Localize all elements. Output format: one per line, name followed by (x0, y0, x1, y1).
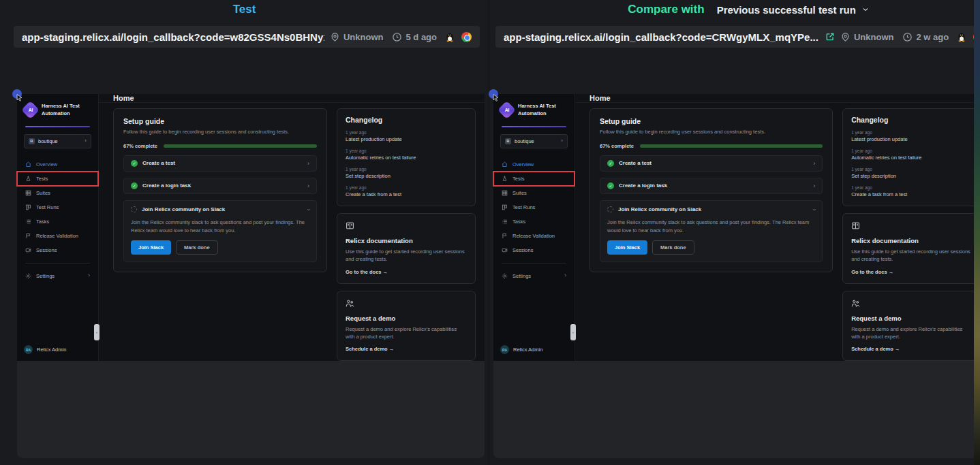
project-label: boutique (38, 138, 58, 144)
step-create-a-test[interactable]: ✓ Create a test › (600, 155, 823, 172)
mark-done-button[interactable]: Mark done (652, 240, 694, 255)
list-icon (502, 219, 508, 225)
sidebar-item-sessions[interactable]: Sessions (17, 243, 98, 257)
sidebar-item-settings[interactable]: Settings › (17, 269, 98, 283)
compare-run-dropdown-value: Previous successful test run (717, 4, 856, 16)
right-column: Changelog 1 year ago Latest production u… (842, 108, 980, 361)
sidebar-item-release-validation[interactable]: Release Validation (493, 229, 575, 243)
step-description: Join the Relicx community slack to ask q… (607, 219, 815, 234)
home-icon (502, 161, 508, 167)
sidebar-collapse-handle[interactable]: ‹ (94, 324, 99, 340)
documentation-description: Use this guide to get started recording … (346, 248, 467, 263)
documentation-title: Relicx documentation (346, 237, 467, 244)
check-icon: ✓ (607, 160, 614, 167)
sidebar-item-suites[interactable]: Suites (17, 186, 98, 200)
screenshot-container: AI Harness AI Test Automation B boutique… (493, 94, 980, 458)
sidebar: AI Harness AI Test Automation B boutique… (493, 94, 575, 361)
project-selector[interactable]: B boutique › (500, 134, 568, 148)
brand-logo-text: AI (505, 108, 509, 112)
step-create-a-login-task[interactable]: ✓ Create a login task › (600, 178, 823, 194)
url-text: app-staging.relicx.ai/login_callback?cod… (22, 31, 324, 43)
test-panel: Test app-staging.relicx.ai/login_callbac… (0, 0, 489, 465)
changelog-entry: 1 year ago Create a task from a test (346, 185, 467, 197)
sidebar-item-suites[interactable]: Suites (493, 186, 575, 200)
main-header: Home (99, 94, 485, 103)
video-icon (25, 247, 31, 253)
grid-icon (502, 190, 508, 196)
go-to-docs-link[interactable]: Go to the docs → (851, 269, 973, 275)
url-meta: Unknown 5 d ago (330, 31, 472, 42)
request-demo-card: Request a demo Request a demo and explor… (842, 291, 980, 362)
demo-title: Request a demo (346, 315, 467, 322)
project-badge: B (505, 138, 511, 144)
chevron-right-icon: › (85, 138, 87, 144)
sidebar-item-tests[interactable]: Tests (493, 172, 575, 186)
step-join-slack-header[interactable]: Join Relicx community on Slack › (131, 206, 309, 213)
linux-tux-icon (444, 31, 455, 42)
sidebar-user[interactable]: RA Relicx Admin (24, 345, 66, 354)
sidebar-item-overview[interactable]: Overview (17, 157, 98, 172)
check-icon: ✓ (607, 182, 614, 189)
project-badge: B (29, 138, 35, 144)
sidebar-item-tasks[interactable]: Tasks (17, 214, 98, 229)
sidebar-user[interactable]: RA Relicx Admin (500, 345, 542, 354)
video-icon (502, 247, 508, 253)
documentation-card: Relicx documentation Use this guide to g… (337, 213, 476, 284)
sidebar-item-settings[interactable]: Settings › (493, 269, 575, 283)
documentation-description: Use this guide to get started recording … (851, 248, 973, 263)
sidebar-item-overview[interactable]: Overview (493, 157, 575, 172)
check-icon: ✓ (131, 182, 138, 189)
changelog-entry: 1 year ago Automatic retries on test fai… (851, 148, 973, 161)
book-icon (851, 221, 860, 230)
home-icon (25, 161, 31, 167)
user-avatar: RA (24, 345, 33, 354)
main-area: Home Setup guide Follow this guide to be… (575, 94, 980, 361)
sidebar-collapse-handle[interactable]: ‹ (570, 324, 576, 340)
brand: AI Harness AI Test Automation (17, 94, 98, 123)
flask-icon (502, 176, 508, 182)
brand-logo-icon: AI (21, 101, 40, 119)
step-create-a-test[interactable]: ✓ Create a test › (123, 155, 317, 172)
url-bar[interactable]: app-staging.relicx.ai/login_callback?cod… (14, 26, 480, 48)
sidebar-item-tasks[interactable]: Tasks (493, 214, 575, 229)
gear-icon (502, 273, 508, 279)
sidebar-item-sessions[interactable]: Sessions (493, 243, 575, 257)
demo-title: Request a demo (851, 315, 973, 322)
join-slack-button[interactable]: Join Slack (607, 240, 647, 255)
documentation-title: Relicx documentation (851, 237, 973, 244)
panel-title: Compare with (628, 3, 704, 16)
mark-done-button[interactable]: Mark done (176, 240, 218, 255)
step-create-a-login-task[interactable]: ✓ Create a login task › (123, 178, 317, 194)
radio-circle-icon (131, 206, 137, 212)
sidebar-item-test-runs[interactable]: Test Runs (17, 200, 98, 214)
go-to-docs-link[interactable]: Go to the docs → (346, 269, 467, 275)
sidebar-item-test-runs[interactable]: Test Runs (493, 200, 575, 214)
chevron-right-icon: › (307, 160, 309, 167)
chrome-icon (461, 32, 472, 42)
url-bar[interactable]: app-staging.relicx.ai/login_callback?cod… (495, 26, 980, 48)
external-link-icon[interactable] (825, 32, 835, 42)
columns-icon (25, 204, 31, 210)
sidebar-item-tests[interactable]: Tests (17, 172, 98, 186)
changelog-entry: 1 year ago Latest production update (346, 130, 467, 142)
chevron-right-icon: › (307, 182, 309, 189)
schedule-demo-link[interactable]: Schedule a demo → (346, 346, 467, 352)
brand-underline (502, 126, 566, 127)
compare-run-dropdown[interactable]: Previous successful test run (717, 4, 870, 16)
main-content: Setup guide Follow this guide to begin r… (99, 103, 485, 361)
documentation-card: Relicx documentation Use this guide to g… (842, 213, 980, 284)
right-column: Changelog 1 year ago Latest production u… (337, 108, 476, 361)
sidebar-nav: Overview Tests Suites Test Runs (17, 157, 98, 257)
linux-tux-icon (956, 31, 967, 42)
project-label: boutique (515, 138, 534, 144)
sidebar-item-release-validation[interactable]: Release Validation (17, 229, 98, 243)
join-slack-button[interactable]: Join Slack (131, 240, 171, 255)
demo-description: Request a demo and explore Relicx's capa… (851, 325, 973, 341)
gear-icon (25, 273, 31, 279)
changelog-entry: 1 year ago Automatic retries on test fai… (346, 148, 467, 161)
project-selector[interactable]: B boutique › (24, 134, 91, 148)
schedule-demo-link[interactable]: Schedule a demo → (851, 346, 973, 352)
changelog-entry: 1 year ago Set step description (346, 167, 467, 179)
list-icon (25, 219, 31, 225)
step-join-slack-header[interactable]: Join Relicx community on Slack › (607, 206, 815, 213)
